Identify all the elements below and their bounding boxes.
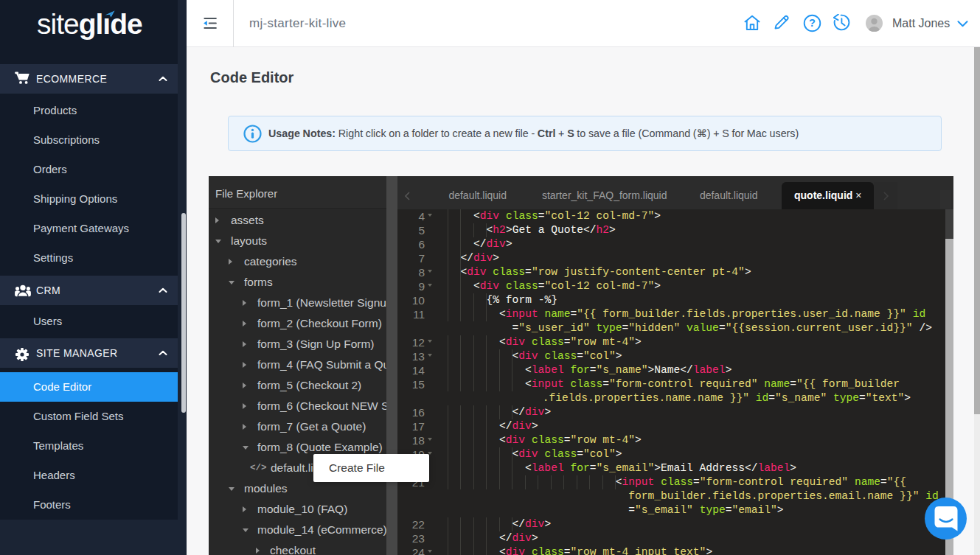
svg-text:?: ? <box>809 17 816 29</box>
